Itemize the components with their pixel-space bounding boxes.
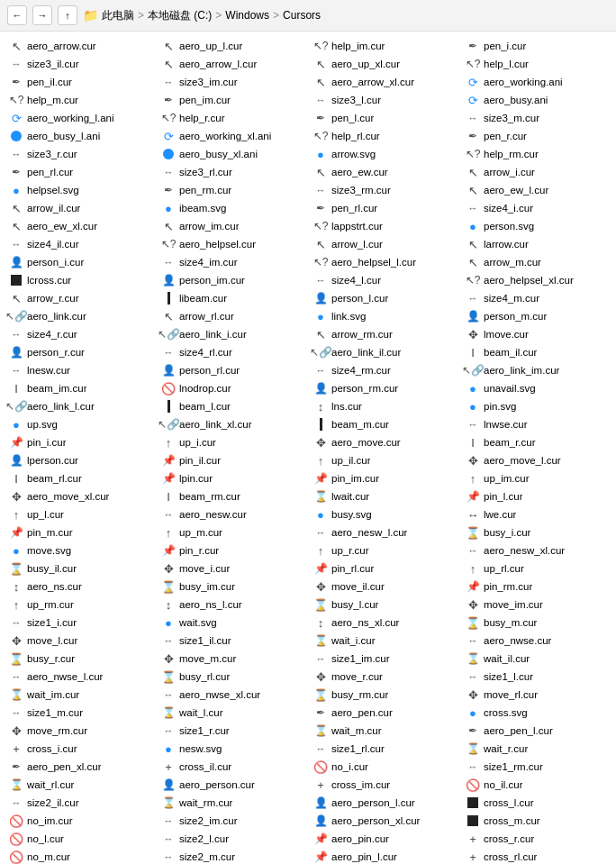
list-item[interactable]: ●up.svg (4, 415, 156, 433)
list-item[interactable]: ↖arrow_l.cur (308, 235, 460, 253)
list-item[interactable]: ↔size4_l.cur (308, 271, 460, 289)
list-item[interactable]: ↖aero_arrow_xl.cur (308, 73, 460, 91)
list-item[interactable]: ⌛wait_r.cur (460, 740, 612, 758)
list-item[interactable]: cross_l.cur (460, 794, 612, 812)
list-item[interactable]: ✒aero_pen_xl.cur (4, 758, 156, 776)
list-item[interactable]: ↑up_im.cur (460, 469, 612, 487)
list-item[interactable]: ●move.svg (4, 541, 156, 559)
list-item[interactable]: ⟳aero_working_xl.ani (156, 127, 308, 145)
list-item[interactable]: ↔size4_r.cur (4, 325, 156, 343)
list-item[interactable]: 👤person_r.cur (4, 343, 156, 361)
list-item[interactable]: ⌛wait_m.cur (308, 722, 460, 740)
list-item[interactable]: Ibeam_rl.cur (4, 469, 156, 487)
list-item[interactable]: 🚫lnodrop.cur (156, 379, 308, 397)
list-item[interactable]: 📌pin_i.cur (4, 433, 156, 451)
list-item[interactable]: ↔size1_rl.cur (308, 740, 460, 758)
list-item[interactable]: ↖arrow_rl.cur (156, 307, 308, 325)
list-item[interactable]: ↔size1_rm.cur (460, 758, 612, 776)
list-item[interactable]: ✥aero_move_l.cur (460, 451, 612, 469)
list-item[interactable]: ↕aero_ns_l.cur (156, 596, 308, 614)
list-item[interactable]: ↖🔗aero_link_xl.cur (156, 415, 308, 433)
list-item[interactable]: 📌lpin.cur (156, 469, 308, 487)
list-item[interactable]: 👤person_im.cur (156, 271, 308, 289)
list-item[interactable]: ↔size4_m.cur (460, 289, 612, 307)
list-item[interactable]: ↖🔗aero_link_il.cur (308, 343, 460, 361)
list-item[interactable]: ✥aero_move.cur (308, 433, 460, 451)
list-item[interactable]: ↖?aero_helpsel_l.cur (308, 253, 460, 271)
list-item[interactable]: ⌛wait_rl.cur (4, 776, 156, 794)
list-item[interactable]: ✥move_im.cur (460, 596, 612, 614)
list-item[interactable]: ⌛busy_l.cur (308, 596, 460, 614)
list-item[interactable]: cross_m.cur (460, 812, 612, 830)
list-item[interactable]: 👤person_rm.cur (308, 379, 460, 397)
list-item[interactable]: ⌛wait_rm.cur (156, 794, 308, 812)
list-item[interactable]: ↔size4_i.cur (460, 199, 612, 217)
list-item[interactable]: ↖aero_ew_l.cur (460, 181, 612, 199)
list-item[interactable]: ↑up_i.cur (156, 433, 308, 451)
list-item[interactable]: ↖🔗aero_link_i.cur (156, 325, 308, 343)
list-item[interactable]: ✥move_r.cur (308, 668, 460, 686)
breadcrumb-item-windows[interactable]: Windows (225, 9, 269, 22)
list-item[interactable]: ↔size4_rl.cur (156, 343, 308, 361)
list-item[interactable]: aero_busy_xl.ani (156, 145, 308, 163)
list-item[interactable]: 📌pin_rm.cur (460, 578, 612, 596)
list-item[interactable]: ●pin.svg (460, 397, 612, 415)
list-item[interactable]: ●helpsel.svg (4, 181, 156, 199)
list-item[interactable]: ↖arrow_i.cur (460, 163, 612, 181)
list-item[interactable]: ✒pen_rl.cur (308, 199, 460, 217)
list-item[interactable]: 👤aero_person.cur (156, 776, 308, 794)
list-item[interactable]: ↖aero_ew_xl.cur (4, 217, 156, 235)
list-item[interactable]: ↕aero_ns_xl.cur (308, 614, 460, 632)
list-item[interactable]: ↔size3_im.cur (156, 73, 308, 91)
breadcrumb-item-cursors[interactable]: Cursors (283, 9, 321, 22)
list-item[interactable]: ●wait.svg (156, 614, 308, 632)
list-item[interactable]: ●unavail.svg (460, 379, 612, 397)
list-item[interactable]: ⌛busy_r.cur (4, 650, 156, 668)
list-item[interactable]: 📌pin_m.cur (4, 523, 156, 541)
list-item[interactable]: ↖aero_arrow_l.cur (156, 55, 308, 73)
list-item[interactable]: ↔size1_r.cur (156, 722, 308, 740)
list-item[interactable]: ●link.svg (308, 307, 460, 325)
list-item[interactable]: ↖?help_rm.cur (460, 145, 612, 163)
list-item[interactable]: +cross_il.cur (156, 758, 308, 776)
list-item[interactable]: +cross_im.cur (308, 776, 460, 794)
list-item[interactable]: ↔size3_l.cur (308, 91, 460, 109)
list-item[interactable]: ✥lmove.cur (460, 325, 612, 343)
list-item[interactable]: ↖?help_im.cur (308, 37, 460, 55)
list-item[interactable]: Ibeam_il.cur (460, 343, 612, 361)
list-item[interactable]: ●nesw.svg (156, 740, 308, 758)
list-item[interactable]: ↔size3_rm.cur (308, 181, 460, 199)
list-item[interactable]: ↔size2_im.cur (156, 812, 308, 830)
list-item[interactable]: ↔lnwse.cur (460, 415, 612, 433)
list-item[interactable]: ⟳aero_working.ani (460, 73, 612, 91)
list-item[interactable]: +cross_rl.cur (460, 848, 612, 864)
list-item[interactable]: ✥move_m.cur (156, 650, 308, 668)
list-item[interactable]: 👤person_i.cur (4, 253, 156, 271)
breadcrumb-item-drive[interactable]: 本地磁盘 (C:) (148, 8, 212, 23)
list-item[interactable]: ↔lwe.cur (460, 505, 612, 523)
list-item[interactable]: ●ibeam.svg (156, 199, 308, 217)
list-item[interactable]: ↑up_rl.cur (460, 559, 612, 578)
back-button[interactable]: ← (7, 5, 27, 25)
list-item[interactable]: ↖?aero_helpsel.cur (156, 235, 308, 253)
list-item[interactable]: 👤lperson.cur (4, 451, 156, 469)
list-item[interactable]: ↑up_rm.cur (4, 596, 156, 614)
list-item[interactable]: 👤person_rl.cur (156, 361, 308, 379)
list-item[interactable]: ●cross.svg (460, 704, 612, 722)
list-item[interactable]: ↔size3_m.cur (460, 109, 612, 127)
up-button[interactable]: ↑ (58, 5, 77, 25)
list-item[interactable]: ⌛busy_il.cur (4, 559, 156, 578)
list-item[interactable]: ↔aero_nesw_l.cur (308, 523, 460, 541)
list-item[interactable]: ↔size4_im.cur (156, 253, 308, 271)
list-item[interactable]: 📌pin_r.cur (156, 541, 308, 559)
list-item[interactable]: ✒pen_rm.cur (156, 181, 308, 199)
list-item[interactable]: ↖aero_ew.cur (308, 163, 460, 181)
list-item[interactable]: 📌pin_im.cur (308, 469, 460, 487)
list-item[interactable]: ✥move_l.cur (4, 632, 156, 650)
list-item[interactable]: ↖arrow_im.cur (156, 217, 308, 235)
list-item[interactable]: ↔size2_l.cur (156, 830, 308, 848)
list-item[interactable]: lcross.cur (4, 271, 156, 289)
list-item[interactable]: ↔aero_nwse.cur (460, 632, 612, 650)
list-item[interactable]: ✒pen_i.cur (460, 37, 612, 55)
list-item[interactable]: ✥move_i.cur (156, 559, 308, 578)
